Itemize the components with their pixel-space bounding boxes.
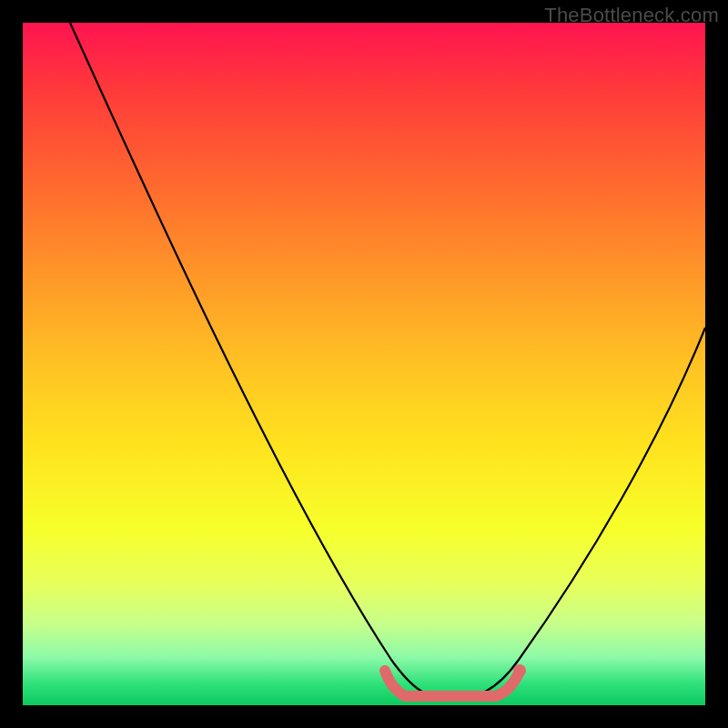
curve-overlay [23, 23, 705, 705]
trough-end-dot [513, 664, 526, 677]
watermark-text: TheBottleneck.com [544, 4, 719, 27]
bottleneck-curve [70, 23, 705, 698]
chart-frame: TheBottleneck.com [0, 0, 728, 728]
